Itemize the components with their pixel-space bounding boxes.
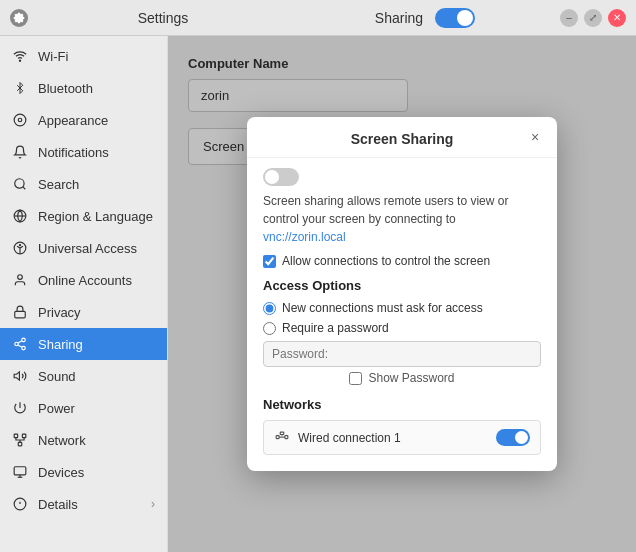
show-password-checkbox[interactable]	[349, 372, 362, 385]
devices-icon	[12, 464, 28, 480]
svg-line-4	[23, 187, 26, 190]
sidebar-item-bluetooth[interactable]: Bluetooth	[0, 72, 167, 104]
networks-title: Networks	[263, 397, 541, 412]
vnc-link[interactable]: vnc://zorin.local	[263, 230, 346, 244]
radio-ask-row: New connections must ask for access	[263, 301, 541, 315]
svg-point-13	[22, 346, 26, 350]
svg-rect-19	[22, 434, 26, 438]
sidebar-item-label: Wi-Fi	[38, 49, 68, 64]
svg-rect-28	[285, 435, 288, 438]
radio-ask[interactable]	[263, 302, 276, 315]
notifications-icon	[12, 144, 28, 160]
sidebar-item-search[interactable]: Search	[0, 168, 167, 200]
minimize-button[interactable]: –	[560, 9, 578, 27]
sidebar-item-label: Devices	[38, 465, 84, 480]
network-toggle[interactable]	[496, 429, 530, 446]
sidebar-item-label: Details	[38, 497, 78, 512]
svg-point-0	[19, 60, 20, 61]
svg-point-11	[22, 338, 26, 342]
svg-rect-20	[18, 442, 22, 446]
sidebar-item-label: Privacy	[38, 305, 81, 320]
radio-password-row: Require a password	[263, 321, 541, 335]
sidebar-item-devices[interactable]: Devices	[0, 456, 167, 488]
privacy-icon	[12, 304, 28, 320]
sidebar-item-label: Search	[38, 177, 79, 192]
sidebar-item-privacy[interactable]: Privacy	[0, 296, 167, 328]
restore-button[interactable]: ⤢	[584, 9, 602, 27]
sidebar-item-label: Power	[38, 401, 75, 416]
wifi-icon	[12, 48, 28, 64]
sidebar-item-label: Bluetooth	[38, 81, 93, 96]
svg-rect-27	[276, 435, 279, 438]
svg-point-8	[19, 244, 21, 246]
sidebar-item-universal-access[interactable]: Universal Access	[0, 232, 167, 264]
app-title: Settings	[36, 10, 290, 26]
password-input[interactable]	[263, 341, 541, 367]
titlebar: Settings Sharing – ⤢ ✕	[0, 0, 636, 36]
sidebar-item-label: Sound	[38, 369, 76, 384]
page-title: Sharing	[375, 10, 423, 26]
sidebar-item-label: Notifications	[38, 145, 109, 160]
radio-ask-label: New connections must ask for access	[282, 301, 483, 315]
sound-icon	[12, 368, 28, 384]
svg-rect-32	[280, 432, 284, 434]
modal-title: Screen Sharing	[351, 131, 454, 147]
sidebar-item-label: Universal Access	[38, 241, 137, 256]
modal-screen-sharing-toggle[interactable]	[263, 168, 299, 186]
sidebar-item-label: Appearance	[38, 113, 108, 128]
sidebar-item-online-accounts[interactable]: Online Accounts	[0, 264, 167, 296]
show-password-label: Show Password	[368, 371, 454, 385]
modal-header: Screen Sharing ×	[247, 117, 557, 158]
svg-rect-21	[14, 467, 26, 475]
sidebar-item-sound[interactable]: Sound	[0, 360, 167, 392]
modal-body: Screen sharing allows remote users to vi…	[247, 192, 557, 471]
sidebar: Wi-Fi Bluetooth Appearance	[0, 36, 168, 552]
details-arrow-icon: ›	[151, 497, 155, 511]
sharing-icon	[12, 336, 28, 352]
settings-icon	[10, 9, 28, 27]
close-button[interactable]: ✕	[608, 9, 626, 27]
modal-description: Screen sharing allows remote users to vi…	[263, 192, 541, 246]
allow-connections-row: Allow connections to control the screen	[263, 254, 541, 268]
screen-sharing-modal: Screen Sharing × Screen sharing allows r…	[247, 117, 557, 471]
allow-connections-label: Allow connections to control the screen	[282, 254, 490, 268]
network-left: Wired connection 1	[274, 430, 401, 446]
wired-network-icon	[274, 430, 290, 446]
network-name: Wired connection 1	[298, 431, 401, 445]
svg-rect-18	[14, 434, 17, 438]
svg-rect-10	[15, 311, 26, 317]
modal-overlay: Screen Sharing × Screen sharing allows r…	[168, 36, 636, 552]
sidebar-item-notifications[interactable]: Notifications	[0, 136, 167, 168]
region-icon	[12, 208, 28, 224]
sidebar-item-wifi[interactable]: Wi-Fi	[0, 40, 167, 72]
access-options-title: Access Options	[263, 278, 541, 293]
sidebar-item-label: Online Accounts	[38, 273, 132, 288]
details-icon	[12, 496, 28, 512]
main-layout: Wi-Fi Bluetooth Appearance	[0, 36, 636, 552]
online-accounts-icon	[12, 272, 28, 288]
radio-password-label: Require a password	[282, 321, 389, 335]
window-controls: – ⤢ ✕	[560, 9, 626, 27]
show-password-row: Show Password	[263, 371, 541, 385]
sidebar-item-region[interactable]: Region & Language	[0, 200, 167, 232]
search-icon	[12, 176, 28, 192]
modal-close-button[interactable]: ×	[525, 127, 545, 147]
svg-line-15	[18, 341, 22, 343]
power-icon	[12, 400, 28, 416]
universal-access-icon	[12, 240, 28, 256]
sidebar-item-network[interactable]: Network	[0, 424, 167, 456]
sharing-main-toggle[interactable]	[435, 8, 475, 28]
svg-point-1	[14, 114, 26, 126]
sidebar-item-sharing[interactable]: Sharing	[0, 328, 167, 360]
sidebar-item-details[interactable]: Details ›	[0, 488, 167, 520]
allow-connections-checkbox[interactable]	[263, 255, 276, 268]
radio-password[interactable]	[263, 322, 276, 335]
svg-point-3	[15, 179, 24, 188]
svg-point-12	[15, 342, 19, 346]
sidebar-item-label: Sharing	[38, 337, 83, 352]
network-row: Wired connection 1	[263, 420, 541, 455]
appearance-icon	[12, 112, 28, 128]
sidebar-item-appearance[interactable]: Appearance	[0, 104, 167, 136]
sidebar-item-power[interactable]: Power	[0, 392, 167, 424]
bluetooth-icon	[12, 80, 28, 96]
